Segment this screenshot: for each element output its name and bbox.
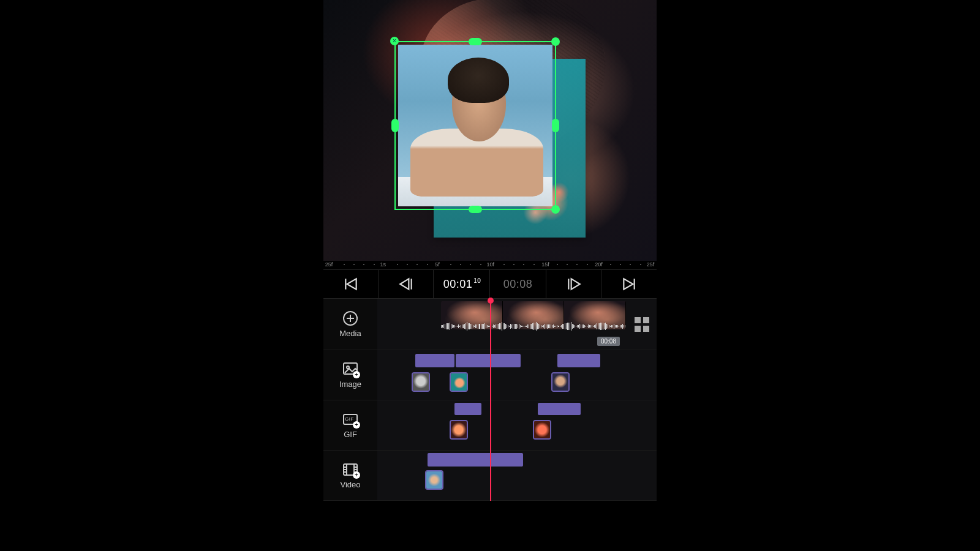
video-track-head[interactable]: + Video [323, 451, 377, 500]
add-gif-icon[interactable]: GIF + [342, 411, 359, 427]
gif-track-label: GIF [344, 430, 357, 439]
delete-handle-icon[interactable]: × [390, 37, 399, 45]
svg-marker-1 [347, 279, 356, 289]
video-editor-app: × 25f 1s 5f 10f 15f 20f 25f [323, 0, 657, 551]
image-clip-bar[interactable] [456, 354, 521, 367]
ruler-label: 25f [325, 261, 333, 268]
image-track-head[interactable]: + Image [323, 350, 377, 400]
playhead[interactable] [490, 299, 491, 501]
image-track-label: Image [339, 380, 361, 389]
add-image-icon[interactable]: + [342, 361, 359, 377]
media-track-lane[interactable]: 00:08 [377, 299, 657, 350]
duration-value: 00:08 [503, 278, 533, 291]
gif-clip-chip[interactable] [533, 420, 551, 440]
svg-marker-5 [571, 279, 579, 289]
gif-track-lane[interactable] [377, 400, 657, 450]
skip-end-button[interactable] [601, 270, 657, 298]
timeline-ruler[interactable]: 25f 1s 5f 10f 15f 20f 25f [323, 261, 657, 269]
resize-handle-top[interactable] [469, 38, 482, 45]
add-video-icon[interactable]: + [342, 462, 359, 478]
rotate-handle-top-right[interactable] [551, 37, 560, 46]
media-track-head[interactable]: Media [323, 299, 377, 350]
transport-bar: 00:0110 00:08 [323, 269, 657, 299]
image-clip-chip[interactable] [412, 372, 430, 392]
video-track-lane[interactable] [377, 451, 657, 500]
ruler-label: 1s [380, 261, 386, 268]
storyboard-grid-icon[interactable] [635, 317, 649, 332]
current-frame-value: 10 [473, 277, 481, 284]
preview-canvas[interactable]: × [323, 0, 657, 261]
gif-clip-bar[interactable] [538, 403, 581, 415]
gif-track-head[interactable]: GIF + GIF [323, 400, 377, 450]
video-clip-chip[interactable] [425, 470, 443, 490]
ruler-label: 10f [487, 261, 495, 268]
duration-display: 00:08 [490, 270, 546, 298]
frame-forward-button[interactable] [546, 270, 601, 298]
video-clip-bar[interactable] [428, 453, 523, 467]
audio-waveform [441, 322, 626, 331]
current-time-display: 00:0110 [434, 270, 490, 298]
rotate-handle-bottom-right[interactable] [551, 205, 560, 214]
skip-start-button[interactable] [323, 270, 379, 298]
add-media-icon[interactable] [342, 310, 359, 326]
ruler-label: 5f [435, 261, 440, 268]
timeline-tracks: Media 00:08 [323, 299, 657, 501]
selected-pip-image[interactable] [398, 45, 552, 206]
resize-handle-bottom[interactable] [469, 206, 482, 213]
ruler-label: 15f [541, 261, 549, 268]
ruler-label: 25f [647, 261, 655, 268]
image-track-lane[interactable] [377, 350, 657, 400]
current-time-value: 00:01 [443, 278, 473, 291]
ruler-label: 20f [595, 261, 603, 268]
video-track-label: Video [340, 480, 360, 489]
selection-frame[interactable]: × [394, 41, 556, 210]
resize-handle-left[interactable] [391, 119, 399, 132]
svg-marker-2 [400, 279, 409, 289]
svg-marker-6 [624, 279, 633, 289]
image-clip-chip[interactable] [551, 372, 570, 392]
media-track-label: Media [339, 329, 361, 338]
image-clip-chip[interactable] [450, 372, 468, 392]
resize-handle-right[interactable] [552, 119, 559, 132]
image-clip-bar[interactable] [557, 354, 600, 367]
image-clip-bar[interactable] [415, 354, 454, 367]
clip-duration-tag: 00:08 [597, 337, 620, 346]
gif-clip-chip[interactable] [450, 420, 468, 440]
gif-clip-bar[interactable] [454, 403, 481, 415]
frame-back-button[interactable] [379, 270, 434, 298]
